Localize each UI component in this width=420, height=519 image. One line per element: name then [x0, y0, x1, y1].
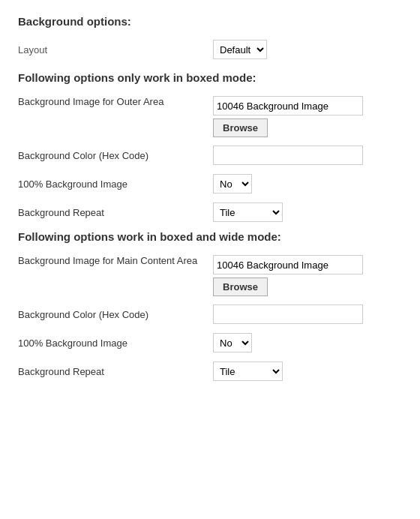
layout-label: Layout: [18, 44, 213, 56]
section1-bg-image-input[interactable]: [213, 96, 363, 116]
section2-heading: Following options work in boxed and wide…: [18, 230, 402, 243]
section1-bg-image-row: Background Image for Outer Area Browse: [18, 96, 402, 137]
section1-bg-color-input[interactable]: [213, 146, 363, 165]
section1-browse-button[interactable]: Browse: [213, 118, 268, 137]
section2-bg-image-input-wrap: Browse: [213, 255, 363, 296]
section2-bg-color-input[interactable]: [213, 304, 363, 324]
section2-bg-image-row: Background Image for Main Content Area B…: [18, 255, 402, 296]
section1-bg-image-label: Background Image for Outer Area: [18, 96, 213, 107]
section1-bg-image-input-wrap: Browse: [213, 96, 363, 137]
section1-bg100-row: 100% Background Image No Yes: [18, 173, 402, 194]
section2-bg100-label: 100% Background Image: [18, 338, 213, 349]
main-title: Background options:: [18, 15, 402, 28]
layout-select[interactable]: Default Boxed Wide: [213, 40, 267, 59]
section1-bg-repeat-row: Background Repeat Tile No Repeat Repeat …: [18, 202, 402, 223]
section2-bg-repeat-label: Background Repeat: [18, 366, 213, 377]
section2-browse-button[interactable]: Browse: [213, 278, 268, 296]
section2-bg-repeat-row: Background Repeat Tile No Repeat Repeat …: [18, 361, 402, 382]
section2-bg-color-row: Background Color (Hex Code): [18, 304, 402, 325]
section1-bg-repeat-select[interactable]: Tile No Repeat Repeat X Repeat Y: [213, 202, 283, 222]
section2-bg100-select[interactable]: No Yes: [213, 333, 252, 352]
section2-bg-color-label: Background Color (Hex Code): [18, 309, 213, 320]
section2-bg-image-label: Background Image for Main Content Area: [18, 255, 213, 266]
section2-bg-repeat-select[interactable]: Tile No Repeat Repeat X Repeat Y: [213, 362, 283, 381]
section1-bg100-select[interactable]: No Yes: [213, 174, 252, 194]
section1-bg-repeat-label: Background Repeat: [18, 207, 213, 218]
section1-heading: Following options only work in boxed mod…: [18, 71, 402, 84]
section1-bg-color-label: Background Color (Hex Code): [18, 150, 213, 161]
section2-bg100-row: 100% Background Image No Yes: [18, 332, 402, 353]
layout-row: Layout Default Boxed Wide: [18, 40, 402, 59]
section2-bg-image-input[interactable]: [213, 255, 363, 274]
section1-bg100-label: 100% Background Image: [18, 178, 213, 190]
section1-bg-color-row: Background Color (Hex Code): [18, 145, 402, 166]
